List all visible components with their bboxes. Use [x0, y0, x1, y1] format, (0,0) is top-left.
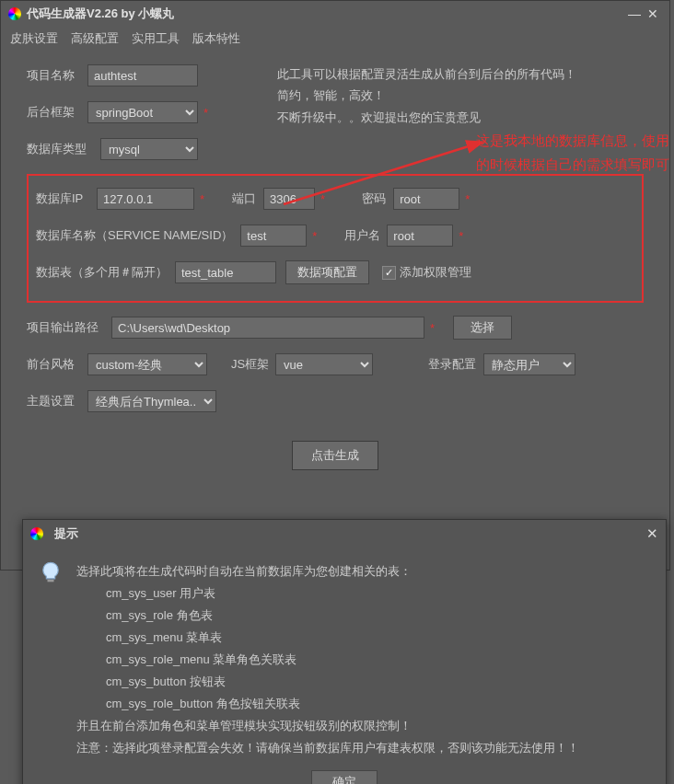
required-star: * [203, 106, 208, 120]
db-type-label: 数据库类型 [27, 141, 100, 157]
db-name-label: 数据库名称（SERVICE NAME/SID） [36, 227, 233, 244]
password-input[interactable] [393, 188, 459, 210]
dialog-line: cm_sys_button 按钮表 [76, 671, 579, 693]
add-auth-label: 添加权限管理 [400, 264, 471, 281]
password-label: 密码 [362, 190, 393, 207]
db-type-select[interactable]: mysql [100, 138, 198, 160]
dialog-close-button[interactable]: ✕ [646, 525, 658, 542]
tables-input[interactable] [175, 261, 276, 283]
login-config-label: 登录配置 [428, 356, 483, 373]
dialog-line: 选择此项将在生成代码时自动在当前数据库为您创建相关的表： [76, 560, 579, 582]
port-input[interactable] [263, 188, 315, 210]
titlebar: 代码生成器V2.26 by 小螺丸 — ✕ [1, 1, 669, 27]
js-framework-select[interactable]: vue [275, 353, 373, 375]
db-ip-input[interactable] [97, 188, 194, 210]
intro-text: 此工具可以根据配置灵活生成从前台到后台的所有代码！ 简约，智能，高效！ 不断升级… [277, 63, 576, 128]
output-path-label: 项目输出路径 [27, 319, 111, 336]
dialog-icon [30, 527, 43, 540]
menubar: 皮肤设置 高级配置 实用工具 版本特性 [1, 27, 669, 54]
app-icon [8, 7, 21, 20]
dialog-line: cm_sys_user 用户表 [76, 582, 579, 605]
checkbox-icon: ✓ [382, 266, 396, 280]
backend-label: 后台框架 [27, 104, 87, 121]
project-name-input[interactable] [87, 64, 198, 86]
dialog-line: cm_sys_menu 菜单表 [76, 627, 579, 649]
menu-tools[interactable]: 实用工具 [132, 30, 180, 47]
data-config-button[interactable]: 数据项配置 [285, 260, 369, 284]
front-style-select[interactable]: custom-经典 [87, 353, 207, 375]
dialog-text: 选择此项将在生成代码时自动在当前数据库为您创建相关的表： cm_sys_user… [76, 560, 579, 759]
intro-line: 不断升级中。。欢迎提出您的宝贵意见 [277, 107, 576, 128]
theme-select[interactable]: 经典后台Thymlea... [87, 390, 216, 412]
username-input[interactable] [387, 225, 453, 247]
project-name-label: 项目名称 [27, 67, 87, 84]
dialog-line: 注意：选择此项登录配置会失效！请确保当前数据库用户有建表权限，否则该功能无法使用… [76, 737, 579, 759]
login-config-select[interactable]: 静态用户 [483, 353, 575, 375]
dialog-titlebar: 提示 ✕ [23, 520, 666, 548]
menu-version[interactable]: 版本特性 [192, 30, 240, 47]
dialog-line: cm_sys_role_button 角色按钮关联表 [76, 693, 579, 715]
required-star: * [200, 192, 204, 206]
tables-label: 数据表（多个用＃隔开） [36, 264, 168, 281]
menu-advanced[interactable]: 高级配置 [71, 30, 119, 47]
dialog-line: 并且在前台添加角色和菜单管理模块实现按钮级别的权限控制！ [76, 715, 579, 737]
annotation-text: 这是我本地的数据库信息，使用的时候根据自己的需求填写即可 [476, 129, 669, 176]
front-style-label: 前台风格 [27, 356, 87, 373]
main-window: 代码生成器V2.26 by 小螺丸 — ✕ 皮肤设置 高级配置 实用工具 版本特… [0, 0, 670, 571]
required-star: * [465, 192, 470, 206]
intro-line: 此工具可以根据配置灵活生成从前台到后台的所有代码！ [277, 63, 576, 85]
hint-dialog: 提示 ✕ 选择此项将在生成代码时自动在当前数据库为您创建相关的表： cm_sys… [22, 519, 667, 784]
required-star: * [459, 229, 463, 243]
content: 此工具可以根据配置灵活生成从前台到后台的所有代码！ 简约，智能，高效！ 不断升级… [1, 54, 669, 479]
choose-button[interactable]: 选择 [453, 316, 512, 340]
dialog-ok-button[interactable]: 确定 [311, 770, 378, 784]
db-ip-label: 数据库IP [36, 190, 97, 207]
dialog-line: cm_sys_role 角色表 [76, 605, 579, 627]
output-path-input[interactable] [111, 317, 424, 339]
theme-label: 主题设置 [27, 393, 87, 409]
add-auth-checkbox[interactable]: ✓ 添加权限管理 [382, 264, 471, 281]
required-star: * [430, 321, 435, 335]
intro-line: 简约，智能，高效！ [277, 85, 576, 106]
generate-button[interactable]: 点击生成 [292, 441, 378, 470]
backend-select[interactable]: springBoot [87, 101, 198, 123]
username-label: 用户名 [344, 227, 387, 244]
window-title: 代码生成器V2.26 by 小螺丸 [27, 6, 625, 22]
lightbulb-icon [38, 560, 64, 586]
svg-rect-1 [48, 580, 54, 582]
port-label: 端口 [232, 190, 263, 207]
dialog-line: cm_sys_role_menu 菜单角色关联表 [76, 649, 579, 671]
db-name-input[interactable] [240, 225, 307, 247]
close-button[interactable]: ✕ [644, 6, 662, 21]
menu-skin[interactable]: 皮肤设置 [10, 30, 58, 47]
required-star: * [312, 229, 317, 243]
minimize-button[interactable]: — [625, 6, 644, 21]
db-config-highlight: 数据库IP * 端口 * 密码 * 数据库名称（SERVICE NAME/SID… [27, 174, 644, 303]
js-framework-label: JS框架 [231, 356, 275, 373]
dialog-title: 提示 [54, 525, 646, 542]
required-star: * [320, 192, 325, 206]
